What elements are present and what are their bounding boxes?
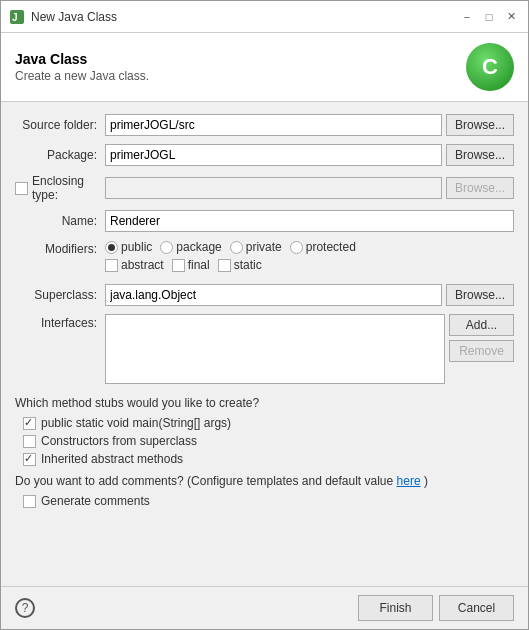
enclosing-type-checkbox[interactable] (15, 182, 28, 195)
stub-item-inherited: Inherited abstract methods (23, 452, 514, 466)
superclass-label: Superclass: (15, 288, 105, 302)
modifier-private-label: private (246, 240, 282, 254)
modifier-protected-radio[interactable] (290, 241, 303, 254)
title-controls: − □ ✕ (458, 8, 520, 26)
comments-question-text: Do you want to add comments? (Configure … (15, 474, 393, 488)
interfaces-add-button[interactable]: Add... (449, 314, 514, 336)
modifiers-content: public package private protected (105, 240, 514, 276)
maximize-button[interactable]: □ (480, 8, 498, 26)
header-text: Java Class Create a new Java class. (15, 51, 149, 83)
enclosing-type-label: Enclosing type: (15, 174, 105, 202)
modifiers-label: Modifiers: (15, 240, 105, 256)
name-label: Name: (15, 214, 105, 228)
interfaces-list[interactable] (105, 314, 445, 384)
modifier-public-radio[interactable] (105, 241, 118, 254)
footer: ? Finish Cancel (1, 586, 528, 629)
package-input[interactable] (105, 144, 442, 166)
superclass-row: Superclass: Browse... (15, 284, 514, 306)
header-icon: C (466, 43, 514, 91)
generate-comments-row: Generate comments (23, 494, 514, 508)
modifier-public-item: public (105, 240, 152, 254)
minimize-button[interactable]: − (458, 8, 476, 26)
interfaces-buttons: Add... Remove (449, 314, 514, 362)
modifier-static-label: static (234, 258, 262, 272)
stub-item-constructors: Constructors from superclass (23, 434, 514, 448)
interfaces-section: Interfaces: Add... Remove (15, 314, 514, 384)
modifier-package-radio[interactable] (160, 241, 173, 254)
comments-section: Do you want to add comments? (Configure … (15, 474, 514, 508)
modifier-package-label: package (176, 240, 221, 254)
stubs-question: Which method stubs would you like to cre… (15, 396, 514, 410)
title-text: New Java Class (31, 10, 117, 24)
stub-main-label: public static void main(String[] args) (41, 416, 231, 430)
enclosing-type-row: Enclosing type: Browse... (15, 174, 514, 202)
modifier-final-checkbox[interactable] (172, 259, 185, 272)
finish-button[interactable]: Finish (358, 595, 433, 621)
interfaces-label: Interfaces: (15, 314, 105, 330)
name-row: Name: (15, 210, 514, 232)
interfaces-remove-button[interactable]: Remove (449, 340, 514, 362)
stub-constructors-checkbox[interactable] (23, 435, 36, 448)
superclass-browse-button[interactable]: Browse... (446, 284, 514, 306)
modifier-private-radio[interactable] (230, 241, 243, 254)
title-bar: J New Java Class − □ ✕ (1, 1, 528, 33)
source-folder-input[interactable] (105, 114, 442, 136)
modifier-protected-item: protected (290, 240, 356, 254)
superclass-input[interactable] (105, 284, 442, 306)
source-folder-label: Source folder: (15, 118, 105, 132)
enclosing-type-control: Browse... (105, 177, 514, 199)
header-title: Java Class (15, 51, 149, 67)
comments-question-end: ) (424, 474, 428, 488)
package-row: Package: Browse... (15, 144, 514, 166)
modifier-static-checkbox[interactable] (218, 259, 231, 272)
stub-inherited-checkbox[interactable] (23, 453, 36, 466)
modifier-access-row: public package private protected (105, 240, 514, 254)
enclosing-browse-button[interactable]: Browse... (446, 177, 514, 199)
close-button[interactable]: ✕ (502, 8, 520, 26)
stub-item-main: public static void main(String[] args) (23, 416, 514, 430)
modifier-public-label: public (121, 240, 152, 254)
title-bar-left: J New Java Class (9, 9, 117, 25)
modifiers-section: Modifiers: public package private (15, 240, 514, 276)
modifier-protected-label: protected (306, 240, 356, 254)
new-java-class-dialog: J New Java Class − □ ✕ Java Class Create… (0, 0, 529, 630)
source-folder-row: Source folder: Browse... (15, 114, 514, 136)
modifier-private-item: private (230, 240, 282, 254)
package-control: Browse... (105, 144, 514, 166)
stubs-section: Which method stubs would you like to cre… (15, 396, 514, 466)
name-control (105, 210, 514, 232)
stub-constructors-label: Constructors from superclass (41, 434, 197, 448)
dialog-icon: J (9, 9, 25, 25)
footer-buttons: Finish Cancel (358, 595, 514, 621)
modifier-abstract-label: abstract (121, 258, 164, 272)
enclosing-type-text: Enclosing type: (32, 174, 97, 202)
package-label: Package: (15, 148, 105, 162)
modifier-abstract-item: abstract (105, 258, 164, 272)
header-subtitle: Create a new Java class. (15, 69, 149, 83)
generate-comments-checkbox[interactable] (23, 495, 36, 508)
modifier-other-row: abstract final static (105, 258, 514, 272)
enclosing-type-input[interactable] (105, 177, 442, 199)
generate-comments-label: Generate comments (41, 494, 150, 508)
comments-link[interactable]: here (397, 474, 421, 488)
modifier-final-label: final (188, 258, 210, 272)
modifier-abstract-checkbox[interactable] (105, 259, 118, 272)
source-folder-browse-button[interactable]: Browse... (446, 114, 514, 136)
comments-question: Do you want to add comments? (Configure … (15, 474, 514, 488)
cancel-button[interactable]: Cancel (439, 595, 514, 621)
source-folder-control: Browse... (105, 114, 514, 136)
modifier-final-item: final (172, 258, 210, 272)
modifier-static-item: static (218, 258, 262, 272)
modifier-package-item: package (160, 240, 221, 254)
form-content: Source folder: Browse... Package: Browse… (1, 102, 528, 586)
header-section: Java Class Create a new Java class. C (1, 33, 528, 102)
name-input[interactable] (105, 210, 514, 232)
help-button[interactable]: ? (15, 598, 35, 618)
package-browse-button[interactable]: Browse... (446, 144, 514, 166)
superclass-control: Browse... (105, 284, 514, 306)
stub-inherited-label: Inherited abstract methods (41, 452, 183, 466)
stub-main-checkbox[interactable] (23, 417, 36, 430)
svg-text:J: J (12, 12, 18, 23)
